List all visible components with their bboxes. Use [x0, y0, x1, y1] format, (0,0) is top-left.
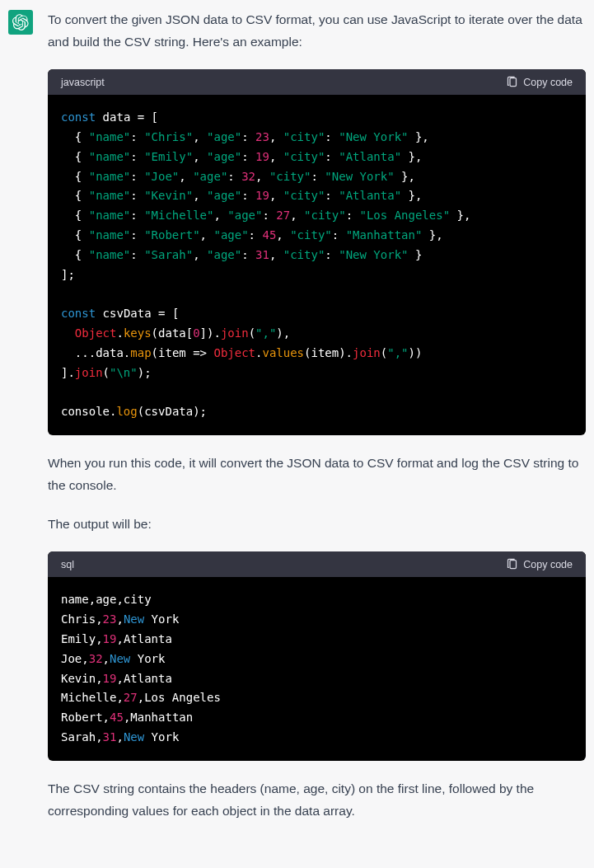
clipboard-icon	[506, 76, 518, 88]
chatgpt-logo-icon	[12, 14, 29, 30]
assistant-avatar	[8, 10, 33, 35]
mid-paragraph-1: When you run this code, it will convert …	[48, 452, 586, 496]
code-header: javascript Copy code	[48, 69, 586, 95]
code-block-sql: sql Copy code name,age,city Chris,23,New…	[48, 551, 586, 760]
code-content[interactable]: const data = [ { "name": "Chris", "age":…	[48, 95, 586, 435]
code-lang-label: javascript	[61, 77, 105, 88]
copy-code-button[interactable]: Copy code	[506, 76, 573, 88]
intro-paragraph: To convert the given JSON data to CSV fo…	[48, 8, 586, 53]
svg-rect-0	[510, 78, 517, 87]
svg-rect-1	[510, 561, 517, 569]
message-content: To convert the given JSON data to CSV fo…	[48, 8, 586, 838]
code-content[interactable]: name,age,city Chris,23,New York Emily,19…	[48, 577, 586, 760]
copy-code-label: Copy code	[523, 77, 573, 88]
code-lang-label: sql	[61, 559, 74, 570]
code-header: sql Copy code	[48, 551, 586, 577]
mid-paragraph-2: The output will be:	[48, 513, 586, 535]
copy-code-button[interactable]: Copy code	[506, 558, 573, 570]
assistant-message: To convert the given JSON data to CSV fo…	[0, 8, 594, 838]
copy-code-label: Copy code	[523, 559, 573, 570]
outro-paragraph: The CSV string contains the headers (nam…	[48, 777, 586, 822]
code-block-javascript: javascript Copy code const data = [ { "n…	[48, 69, 586, 435]
clipboard-icon	[506, 558, 518, 570]
